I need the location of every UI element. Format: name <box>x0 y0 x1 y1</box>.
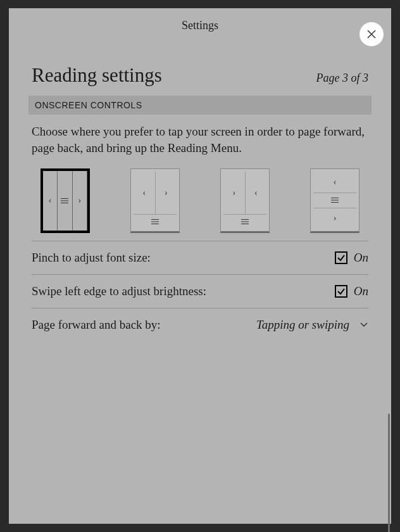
layout-option-4[interactable]: ‹ › <box>310 168 359 233</box>
menu-icon <box>241 219 249 224</box>
section-title-row: Reading settings Page 3 of 3 <box>32 64 368 87</box>
onscreen-controls-description: Choose where you prefer to tap your scre… <box>32 124 368 156</box>
subheader-onscreen-controls: ONSCREEN CONTROLS <box>28 96 372 115</box>
chevron-down-icon <box>359 322 368 328</box>
layout-option-2[interactable]: ‹ › <box>130 168 180 233</box>
setting-page-forward-back[interactable]: Page forward and back by: Tapping or swi… <box>32 308 368 341</box>
scrollbar-thumb[interactable] <box>388 414 390 532</box>
setting-swipe-brightness[interactable]: Swipe left edge to adjust brightness: On <box>32 274 368 308</box>
setting-label: Pinch to adjust font size: <box>32 251 151 265</box>
layout-preview: ‹ › <box>313 172 356 229</box>
setting-label: Page forward and back by: <box>32 318 161 332</box>
check-icon <box>337 287 346 296</box>
chevron-right-icon: › <box>165 189 168 198</box>
chevron-right-icon: › <box>78 196 81 205</box>
checkbox-pinch[interactable] <box>335 251 347 264</box>
menu-icon <box>151 219 159 224</box>
layout-preview: › ‹ <box>223 172 266 229</box>
settings-modal: Settings Reading settings Page 3 of 3 ON… <box>9 8 391 524</box>
dropdown-value: Tapping or swiping <box>256 318 349 332</box>
settings-rows: Pinch to adjust font size: On Swipe left… <box>28 241 372 341</box>
chevron-right-icon: › <box>334 214 337 223</box>
checkbox-swipe[interactable] <box>335 285 347 298</box>
setting-state: On <box>354 251 368 265</box>
layout-preview: ‹ › <box>43 171 87 231</box>
layout-option-1[interactable]: ‹ › <box>41 168 90 233</box>
modal-body: Reading settings Page 3 of 3 ONSCREEN CO… <box>9 42 391 524</box>
chevron-left-icon: ‹ <box>49 196 52 205</box>
chevron-left-icon: ‹ <box>142 189 146 198</box>
chevron-left-icon: ‹ <box>334 178 337 187</box>
chevron-left-icon: ‹ <box>254 189 258 198</box>
setting-label: Swipe left edge to adjust brightness: <box>32 284 206 298</box>
modal-header: Settings <box>9 8 391 42</box>
setting-state: On <box>354 284 368 298</box>
setting-pinch-font[interactable]: Pinch to adjust font size: On <box>32 241 368 274</box>
menu-icon <box>331 198 339 203</box>
layout-preview: ‹ › <box>134 172 177 229</box>
page-indicator: Page 3 of 3 <box>316 72 369 85</box>
modal-title: Settings <box>182 19 218 32</box>
section-title: Reading settings <box>32 64 162 87</box>
menu-icon <box>61 198 68 203</box>
layout-option-3[interactable]: › ‹ <box>220 168 270 233</box>
layout-options: ‹ › ‹ › › <box>32 168 368 233</box>
check-icon <box>337 253 346 262</box>
close-icon <box>366 29 377 39</box>
chevron-right-icon: › <box>232 189 235 198</box>
